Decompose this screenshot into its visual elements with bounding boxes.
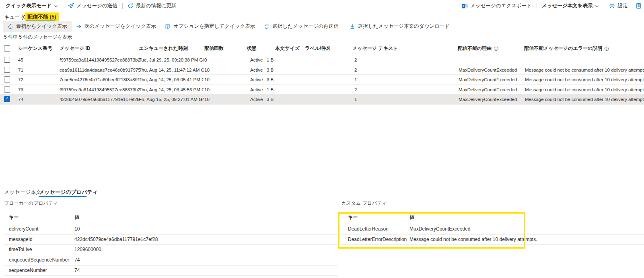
tab-message-body[interactable]: メッセージ本文 xyxy=(4,189,41,196)
cell-enqueued-time: Thu, Aug 14, 25, 03:45:56 PM GM… xyxy=(139,85,204,95)
property-row: sequenceNumber 74 xyxy=(4,266,338,276)
cell-dead-letter-error-description: Message could not be consumed after 10 d… xyxy=(525,95,644,105)
select-all-checkbox[interactable] xyxy=(4,45,10,51)
cell-message-text: 2 xyxy=(354,55,357,65)
table-row[interactable]: 71 cea9a16111da4daaae7ce46e0b917975 Thu,… xyxy=(0,65,644,75)
status-text: 5 件中 5 件のメッセージを表示 xyxy=(4,34,72,41)
key-column-header: キー xyxy=(348,211,358,224)
cell-sequence-number: 72 xyxy=(18,75,23,85)
table-row[interactable]: 74 422dc45079ce4a6dba117791e1c7ef28 Fri,… xyxy=(0,95,644,105)
separator xyxy=(604,3,604,9)
header-sequence-number[interactable]: シーケンス番号 xyxy=(18,42,52,55)
settings-button[interactable]: 設定 xyxy=(605,0,632,12)
document-icon xyxy=(636,3,642,9)
cell-message-text: 2 xyxy=(354,85,357,95)
property-value: MaxDeliveryCountExceeded xyxy=(409,224,470,235)
cell-state: Active xyxy=(250,75,263,85)
top-toolbar: クイック表示モード メッセージの送信 最新の情報に更新 X メッセージのエクスポ… xyxy=(0,0,644,12)
send-message-label: メッセージの送信 xyxy=(76,2,117,9)
header-body-size[interactable]: 本文サイズ xyxy=(275,42,300,55)
property-key: enqueuedSequenceNumber xyxy=(9,255,69,266)
download-icon xyxy=(350,24,355,29)
property-row: timeToLive 1209600000 xyxy=(4,245,338,255)
cell-state: Active xyxy=(250,65,263,75)
broker-properties-header: キー 値 xyxy=(4,211,338,224)
cell-message-text: 1 xyxy=(354,75,357,85)
custom-properties-table: キー 値 DeadLetterReason MaxDeliveryCountEx… xyxy=(341,211,644,245)
cell-message-id: f99759ca9a6144198495527ee88373b2 xyxy=(60,85,140,95)
header-label-subject[interactable]: ラベル/件名 xyxy=(305,42,331,55)
cell-body-size: 1 B xyxy=(267,85,274,95)
peek-from-start-button[interactable]: 最初からクイック表示 xyxy=(3,21,72,32)
row-checkbox[interactable] xyxy=(4,57,10,63)
table-row[interactable]: 72 7cbe5ec4278e4b71a60bee6213f3a891 Thu,… xyxy=(0,75,644,85)
refresh-button[interactable]: 最新の情報に更新 xyxy=(123,0,181,12)
property-row: messageId 422dc45079ce4a6dba117791e1c7ef… xyxy=(4,235,338,245)
header-delivery-count[interactable]: 配信回数 xyxy=(204,42,224,55)
separator xyxy=(537,3,537,9)
property-value: 1209600000 xyxy=(74,245,101,255)
message-table-body: 45 f99759ca9a6144198495527ee88373b2 Tue,… xyxy=(0,55,644,105)
custom-properties-header: キー 値 xyxy=(341,211,644,224)
info-icon xyxy=(604,46,609,51)
table-row[interactable]: 45 f99759ca9a6144198495527ee88373b2 Tue,… xyxy=(0,55,644,65)
peek-next-button[interactable]: 次のメッセージをクイック表示 xyxy=(72,21,160,32)
property-row: enqueuedSequenceNumber 74 xyxy=(4,255,338,266)
arrow-right-icon xyxy=(76,24,82,29)
peek-restart-icon xyxy=(8,24,13,29)
separator xyxy=(63,3,63,9)
cell-sequence-number: 71 xyxy=(18,65,23,75)
property-row: DeadLetterReason MaxDeliveryCountExceede… xyxy=(341,224,644,235)
export-messages-button[interactable]: X メッセージのエクスポート xyxy=(457,0,536,12)
row-checkbox[interactable] xyxy=(4,96,10,102)
settings-label: 設定 xyxy=(617,2,628,9)
cell-dead-letter-error-description: Message could not be consumed after 10 d… xyxy=(525,85,644,95)
active-tab-underline xyxy=(39,196,86,197)
cell-message-id: f99759ca9a6144198495527ee88373b2 xyxy=(60,55,140,65)
tab-queue[interactable]: キュー (0) xyxy=(4,14,28,21)
cell-dead-letter-reason: MaxDeliveryCountExceeded xyxy=(459,65,517,75)
property-key: sequenceNumber xyxy=(9,266,47,276)
row-checkbox[interactable] xyxy=(4,67,10,73)
property-key: DeadLetterReason xyxy=(348,224,389,235)
header-message-text[interactable]: メッセージ テキスト xyxy=(352,42,398,55)
header-dead-letter-error-description[interactable]: 配信不能メッセージのエラーの説明 xyxy=(524,42,609,55)
header-dead-letter-reason[interactable]: 配信不能の理由 xyxy=(458,42,498,55)
cell-body-size: 3 B xyxy=(267,75,274,85)
excel-export-icon: X xyxy=(461,3,468,9)
cell-dead-letter-reason: MaxDeliveryCountExceeded xyxy=(459,95,517,105)
quick-view-mode-dropdown[interactable]: クイック表示モード xyxy=(2,0,62,12)
property-row: DeadLetterErrorDescription Message could… xyxy=(341,235,644,245)
separator xyxy=(122,3,123,9)
property-value: 10 xyxy=(74,224,80,235)
row-checkbox[interactable] xyxy=(4,76,10,82)
cell-body-size: 1 B xyxy=(267,55,274,65)
cell-delivery-count: 0 xyxy=(204,55,207,65)
send-message-button[interactable]: メッセージの送信 xyxy=(64,0,121,12)
cell-state: Active xyxy=(250,95,263,105)
value-column-header: 値 xyxy=(409,211,414,224)
header-message-id[interactable]: メッセージ ID xyxy=(60,42,90,55)
cell-body-size: 3 B xyxy=(267,65,274,75)
details-button[interactable]: 詳細情報 xyxy=(632,0,644,12)
row-checkbox[interactable] xyxy=(4,86,10,93)
download-selected-button[interactable]: 選択したメッセージ本文のダウンロード xyxy=(345,21,455,32)
property-value: 422dc45079ce4a6dba117791e1c7ef28 xyxy=(74,235,158,245)
show-message-body-dropdown[interactable]: メッセージ本文を表示 xyxy=(538,0,603,12)
header-enqueued-time[interactable]: エンキューされた時刻 xyxy=(139,42,188,55)
property-key: timeToLive xyxy=(9,245,32,255)
cell-body-size: 3 B xyxy=(267,95,274,105)
cell-dead-letter-reason: MaxDeliveryCountExceeded xyxy=(459,85,517,95)
svg-text:X: X xyxy=(462,4,465,8)
resend-selected-button[interactable]: 選択したメッセージの再送信 xyxy=(259,21,343,32)
header-state[interactable]: 状態 xyxy=(247,42,256,55)
peek-with-options-button[interactable]: オプションを指定してクイック表示 xyxy=(160,21,260,32)
cell-state: Active xyxy=(250,55,263,65)
broker-properties-table: キー 値 deliveryCount 10 messageId 422dc450… xyxy=(4,211,338,276)
separator xyxy=(344,23,344,30)
tab-message-properties[interactable]: メッセージのプロパティ xyxy=(39,189,98,196)
cell-sequence-number: 74 xyxy=(18,95,23,105)
quick-view-mode-label: クイック表示モード xyxy=(6,2,51,9)
value-column-header: 値 xyxy=(74,211,79,224)
table-row[interactable]: 73 f99759ca9a6144198495527ee88373b2 Thu,… xyxy=(0,85,644,95)
